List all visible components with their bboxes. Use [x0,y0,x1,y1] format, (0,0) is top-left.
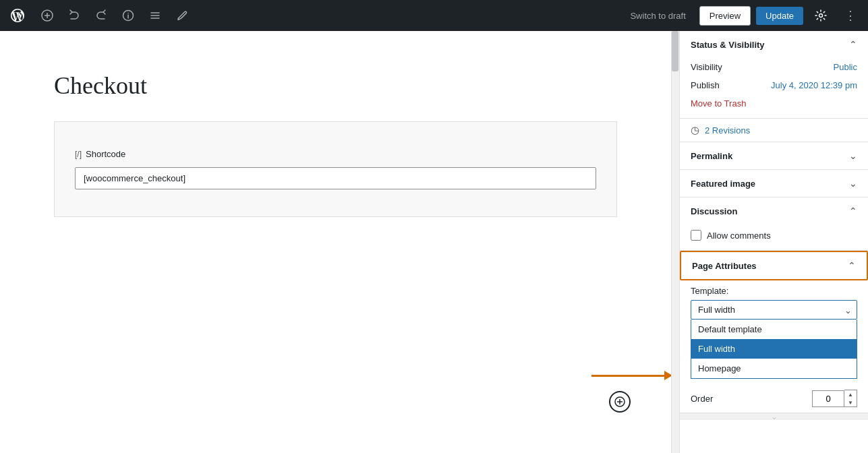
redo-button[interactable] [89,3,113,28]
add-block-button[interactable] [35,3,59,28]
svg-point-9 [819,14,823,18]
info-button[interactable] [116,3,140,28]
shortcode-label: [/] Shortcode [75,149,596,159]
undo-button[interactable] [62,3,86,28]
toolbar-actions [35,3,194,28]
status-visibility-title: Status & Visibility [691,40,765,50]
editor-area: Checkout [/] Shortcode [0,31,671,453]
featured-image-chevron-icon: ⌄ [849,178,857,189]
chevron-up-icon: ⌃ [849,39,857,50]
discussion-chevron-icon: ⌃ [849,206,857,216]
order-row: Order ▲ ▼ [680,384,868,413]
page-attributes-title: Page Attributes [692,261,757,271]
allow-comments-checkbox[interactable] [691,230,701,241]
template-select-wrapper: Default template Full width Homepage ⌄ [691,300,857,320]
shortcode-block: [/] Shortcode [54,121,617,217]
main-layout: Checkout [/] Shortcode [0,31,868,453]
update-button[interactable]: Update [756,7,803,25]
allow-comments-row: Allow comments [691,230,857,241]
revisions-section: ◷ 2 Revisions [680,119,868,142]
discussion-body: Allow comments [680,224,868,250]
shortcode-label-text: Shortcode [86,149,125,159]
arrow-line [591,375,664,377]
publish-label: Publish [691,80,720,90]
shortcode-input[interactable] [75,167,596,189]
visibility-label: Visibility [691,62,722,72]
vertical-dots-icon: ⋮ [844,8,857,23]
revisions-row: ◷ 2 Revisions [680,119,868,142]
template-dropdown: Default template Full width Homepage [691,320,857,379]
featured-image-section: Featured image ⌄ [680,170,868,198]
add-block-below-button[interactable] [609,391,631,413]
move-to-trash-link[interactable]: Move to Trash [680,94,868,118]
undo-icon [68,9,80,22]
wp-logo[interactable] [5,3,30,28]
permalink-header[interactable]: Permalink ⌄ [680,142,868,169]
dropdown-option-full-width[interactable]: Full width [691,339,857,359]
info-icon [122,9,134,22]
revisions-link[interactable]: 2 Revisions [705,125,750,135]
publish-field: Publish July 4, 2020 12:39 pm [680,76,868,94]
order-input[interactable] [812,390,844,407]
dropdown-option-homepage[interactable]: Homepage [691,359,857,378]
settings-button[interactable] [809,3,833,28]
order-spinners: ▲ ▼ [844,390,857,407]
revisions-icon: ◷ [691,124,699,136]
list-icon [149,9,161,22]
svg-point-5 [127,13,129,14]
redo-icon [95,9,107,22]
edit-icon [176,9,188,22]
add-icon [41,9,53,22]
discussion-section: Discussion ⌃ Allow comments [680,198,868,251]
scrollbar[interactable] [671,31,679,453]
page-title: Checkout [54,71,617,100]
visibility-value[interactable]: Public [834,62,857,72]
featured-image-title: Featured image [691,179,755,189]
toolbar-right: Switch to draft Preview Update ⋮ [622,3,863,28]
more-options-button[interactable]: ⋮ [838,3,863,28]
allow-comments-label[interactable]: Allow comments [707,231,771,241]
sidebar-bottom-scroll: ⌄ [680,413,868,420]
edit-mode-button[interactable] [170,3,194,28]
template-label: Template: [691,286,857,296]
wp-logo-icon [11,9,24,22]
permalink-title: Permalink [691,151,732,161]
permalink-section: Permalink ⌄ [680,142,868,170]
page-attributes-header[interactable]: Page Attributes ⌃ [680,251,868,280]
toolbar: Switch to draft Preview Update ⋮ [0,0,868,31]
shortcode-icon: [/] [75,150,82,159]
status-visibility-section: Status & Visibility ⌃ Visibility Public … [680,31,868,119]
order-down-button[interactable]: ▼ [844,398,857,406]
visibility-field: Visibility Public [680,58,868,76]
order-label: Order [691,394,713,404]
status-visibility-header[interactable]: Status & Visibility ⌃ [680,31,868,58]
scroll-down-indicator: ⌄ [771,412,778,421]
sidebar: Status & Visibility ⌃ Visibility Public … [679,31,868,453]
page-attributes-chevron-icon: ⌃ [848,260,856,271]
list-view-button[interactable] [143,3,167,28]
permalink-chevron-icon: ⌄ [849,150,857,161]
arrow-head [664,371,671,380]
template-section: Template: Default template Full width Ho… [680,280,868,384]
arrow-annotation [591,371,671,380]
gear-icon [815,9,827,22]
order-up-button[interactable]: ▲ [844,390,857,398]
template-select[interactable]: Default template Full width Homepage [691,300,857,320]
discussion-title: Discussion [691,206,737,216]
preview-button[interactable]: Preview [699,6,751,26]
switch-to-draft-button[interactable]: Switch to draft [622,7,693,25]
discussion-header[interactable]: Discussion ⌃ [680,198,868,224]
order-input-wrapper: ▲ ▼ [812,390,857,407]
publish-value[interactable]: July 4, 2020 12:39 pm [771,80,857,90]
featured-image-header[interactable]: Featured image ⌄ [680,170,868,197]
page-attributes-section: Page Attributes ⌃ Template: Default temp… [680,251,868,413]
dropdown-option-default[interactable]: Default template [691,320,857,339]
plus-circle-icon [614,396,625,407]
scrollbar-thumb[interactable] [672,31,678,71]
